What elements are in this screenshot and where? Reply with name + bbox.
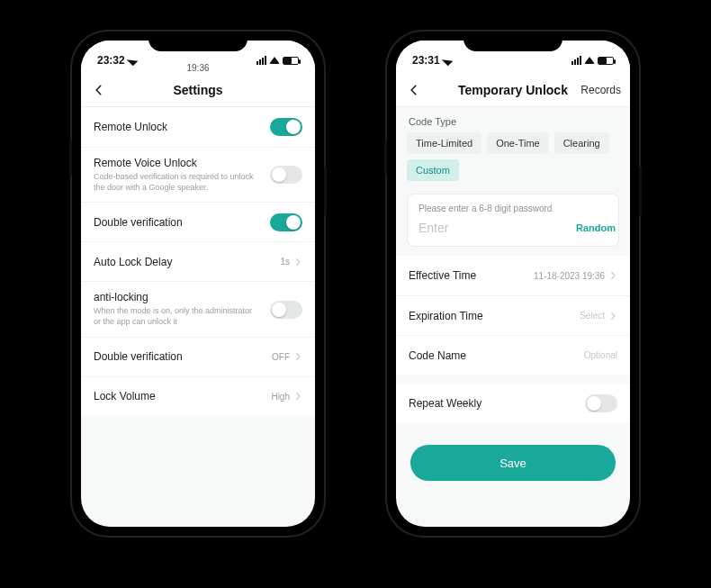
location-icon	[126, 55, 138, 67]
row-value: 11-18-2023 19:36	[534, 271, 605, 281]
row-label: Double verification	[94, 350, 183, 363]
screen-settings: 23:32 19:36 Settings Remote Unlock	[81, 41, 315, 527]
toggle-repeat-weekly[interactable]	[585, 394, 617, 412]
back-button[interactable]	[405, 81, 423, 99]
row-label: Remote Voice Unlock	[94, 157, 256, 169]
chevron-right-icon	[293, 352, 302, 361]
row-double-verification[interactable]: Double verification	[81, 202, 315, 241]
row-label: Auto Lock Delay	[94, 256, 172, 268]
temporary-unlock-content: Code Type Time-Limited One-Time Clearing…	[396, 107, 630, 527]
row-anti-locking[interactable]: anti-locking When the mode is on, only t…	[81, 281, 315, 336]
screen-temporary-unlock: 23:31 Temporary Unlock Records Code Type…	[396, 41, 630, 527]
row-value: 1s	[280, 257, 290, 267]
row-remote-voice-unlock[interactable]: Remote Voice Unlock Code-based verificat…	[81, 147, 315, 202]
row-code-name[interactable]: Code Name Optional	[396, 335, 630, 375]
chevron-right-icon	[608, 271, 617, 280]
status-time-center: 19:36	[186, 63, 209, 73]
signal-icon	[572, 56, 581, 65]
wifi-icon	[269, 57, 280, 64]
battery-icon	[283, 57, 299, 65]
location-icon	[441, 55, 453, 67]
row-value: High	[271, 392, 290, 402]
chip-one-time[interactable]: One-Time	[487, 132, 549, 154]
code-type-chips: Time-Limited One-Time Clearing Custom	[396, 132, 630, 190]
row-double-verification-2[interactable]: Double verification OFF	[81, 337, 315, 376]
toggle-remote-voice[interactable]	[270, 166, 302, 184]
phone-settings: 23:32 19:36 Settings Remote Unlock	[72, 32, 324, 536]
signal-icon	[256, 56, 266, 65]
row-label: Effective Time	[409, 269, 476, 282]
navbar: Temporary Unlock Records	[396, 73, 630, 107]
row-auto-lock-delay[interactable]: Auto Lock Delay 1s	[81, 241, 315, 281]
save-button[interactable]: Save	[410, 445, 616, 481]
battery-icon	[598, 57, 614, 65]
back-button[interactable]	[90, 81, 108, 99]
row-label: Code Name	[409, 349, 466, 362]
chip-clearing[interactable]: Clearing	[554, 132, 609, 154]
chip-time-limited[interactable]: Time-Limited	[407, 132, 482, 154]
row-remote-unlock[interactable]: Remote Unlock	[81, 107, 315, 147]
navbar: Settings	[81, 73, 315, 107]
chevron-right-icon	[293, 392, 302, 401]
notch	[148, 32, 248, 51]
chevron-right-icon	[293, 258, 302, 267]
row-label: Lock Volume	[94, 390, 156, 403]
row-repeat-weekly[interactable]: Repeat Weekly	[396, 384, 630, 423]
wifi-icon	[584, 57, 595, 64]
row-label: Expiration Time	[409, 310, 483, 322]
toggle-remote-unlock[interactable]	[270, 118, 302, 136]
row-value: Optional	[584, 350, 617, 360]
settings-list: Remote Unlock Remote Voice Unlock Code-b…	[81, 107, 315, 527]
random-button[interactable]: Random	[576, 222, 616, 233]
row-expiration-time[interactable]: Expiration Time Select	[396, 295, 630, 335]
toggle-double-verification[interactable]	[270, 213, 302, 231]
page-title: Temporary Unlock	[458, 83, 568, 97]
row-sublabel: When the mode is on, only the administra…	[94, 306, 256, 327]
status-time: 23:31	[412, 54, 440, 67]
notch	[464, 32, 562, 51]
row-value: OFF	[272, 352, 290, 362]
toggle-anti-locking[interactable]	[270, 301, 302, 319]
password-hint: Please enter a 6-8 digit password	[418, 204, 608, 213]
row-effective-time[interactable]: Effective Time 11-18-2023 19:36	[396, 256, 630, 295]
status-time: 23:32	[97, 54, 125, 67]
row-label: Double verification	[94, 216, 183, 229]
chevron-right-icon	[608, 312, 617, 321]
phone-temporary-unlock: 23:31 Temporary Unlock Records Code Type…	[387, 32, 639, 536]
page-title: Settings	[173, 83, 222, 97]
row-lock-volume[interactable]: Lock Volume High	[81, 376, 315, 416]
records-button[interactable]: Records	[580, 84, 621, 96]
chip-custom[interactable]: Custom	[407, 159, 459, 181]
password-card: Please enter a 6-8 digit password Random	[407, 194, 619, 247]
row-label: Repeat Weekly	[409, 397, 482, 410]
password-input[interactable]	[418, 221, 576, 235]
row-label: anti-locking	[94, 291, 256, 303]
row-value: Select	[580, 311, 605, 321]
row-label: Remote Unlock	[94, 121, 167, 133]
code-type-label: Code Type	[396, 107, 630, 132]
row-sublabel: Code-based verification is required to u…	[94, 172, 256, 193]
